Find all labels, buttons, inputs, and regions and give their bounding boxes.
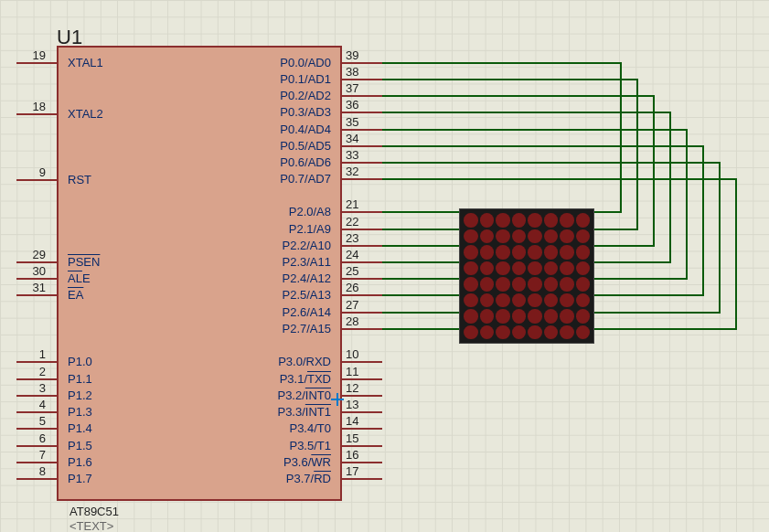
led-dot — [544, 213, 559, 228]
pin-label: P1.3 — [68, 405, 92, 419]
wire — [653, 95, 655, 247]
led-dot — [496, 293, 510, 308]
pin-stub — [342, 278, 382, 280]
led-dot — [512, 245, 527, 260]
led-dot — [576, 309, 591, 324]
pin-label: P3.5/T1 — [240, 439, 331, 452]
pin-number: 22 — [346, 215, 358, 229]
pin-label: P2.5/A13 — [240, 288, 331, 302]
pin-label: P0.6/AD6 — [240, 155, 331, 169]
pin-stub — [342, 145, 382, 147]
wire — [594, 245, 655, 247]
pin-stub — [342, 245, 382, 247]
wire — [620, 62, 622, 213]
pin-label: P2.0/A8 — [240, 205, 331, 218]
wire — [382, 211, 459, 213]
pin-label: P0.5/AD5 — [240, 139, 331, 153]
pin-number: 4 — [18, 398, 46, 411]
led-matrix-8x8[interactable] — [459, 208, 594, 344]
led-dot — [544, 293, 559, 308]
pin-number: 8 — [18, 464, 46, 478]
led-dot — [576, 213, 591, 228]
pin-stub — [16, 378, 57, 380]
led-dot — [560, 261, 574, 276]
pin-stub — [16, 179, 57, 181]
pin-label: P0.2/AD2 — [240, 89, 331, 102]
wire — [382, 245, 459, 247]
led-dot — [480, 261, 495, 276]
pin-label: P1.4 — [68, 421, 92, 435]
led-dot — [464, 261, 478, 276]
pin-label: P1.7 — [68, 472, 92, 485]
pin-label: P2.2/A10 — [240, 239, 331, 252]
pin-stub — [342, 294, 382, 296]
led-dot — [464, 245, 478, 260]
pin-stub — [342, 211, 382, 213]
pin-number: 19 — [18, 48, 46, 62]
wire — [382, 312, 459, 314]
pin-label: P2.1/A9 — [240, 222, 331, 236]
pin-label: P1.0 — [68, 355, 92, 368]
led-dot — [464, 325, 478, 340]
led-dot — [496, 261, 510, 276]
led-dot — [496, 245, 510, 260]
led-dot — [496, 213, 510, 228]
pin-stub — [342, 95, 382, 97]
wire — [382, 328, 459, 330]
pin-stub — [16, 462, 57, 463]
led-dot — [528, 213, 542, 228]
pin-number: 34 — [346, 132, 358, 145]
wire — [382, 79, 638, 80]
wire — [382, 278, 459, 280]
pin-stub — [342, 411, 382, 413]
led-dot — [560, 325, 574, 340]
pin-label: P3.2/INT0 — [240, 388, 331, 402]
wire — [382, 129, 688, 131]
led-dot — [528, 293, 542, 308]
wire — [594, 278, 688, 280]
wire — [594, 294, 704, 296]
pin-stub — [16, 261, 57, 263]
led-dot — [512, 277, 527, 292]
led-dot — [544, 245, 559, 260]
led-dot — [496, 325, 510, 340]
pin-label: P2.7/A15 — [240, 322, 331, 335]
pin-label: P0.7/AD7 — [240, 172, 331, 186]
pin-label: P3.4/T0 — [240, 421, 331, 435]
pin-number: 28 — [346, 314, 358, 328]
wire — [702, 145, 704, 296]
led-dot — [464, 229, 478, 244]
led-dot — [544, 309, 559, 324]
pin-label: P0.0/AD0 — [240, 56, 331, 69]
led-dot — [560, 245, 574, 260]
pin-number: 14 — [346, 414, 358, 428]
wire — [382, 178, 737, 180]
pin-number: 38 — [346, 65, 358, 79]
pin-stub — [16, 113, 57, 115]
pin-stub — [342, 112, 382, 113]
pin-label: P1.6 — [68, 455, 92, 469]
pin-label: P1.1 — [68, 372, 92, 386]
pin-stub — [342, 428, 382, 430]
pin-number: 12 — [346, 381, 358, 395]
led-dot — [480, 309, 495, 324]
led-dot — [496, 309, 510, 324]
wire — [382, 229, 459, 230]
led-dot — [576, 293, 591, 308]
led-dot — [544, 261, 559, 276]
led-dot — [496, 277, 510, 292]
led-dot — [576, 261, 591, 276]
pin-number: 5 — [18, 414, 46, 428]
wire — [382, 294, 459, 296]
pin-label: RST — [68, 173, 91, 186]
led-dot — [464, 277, 478, 292]
wire — [594, 261, 671, 263]
led-dot — [464, 293, 478, 308]
wire — [382, 261, 459, 263]
pin-stub — [342, 79, 382, 80]
pin-number: 33 — [346, 148, 358, 162]
led-dot — [528, 277, 542, 292]
pin-number: 17 — [346, 464, 358, 478]
wire — [382, 95, 655, 97]
pin-label: P3.1/TXD — [240, 372, 331, 386]
